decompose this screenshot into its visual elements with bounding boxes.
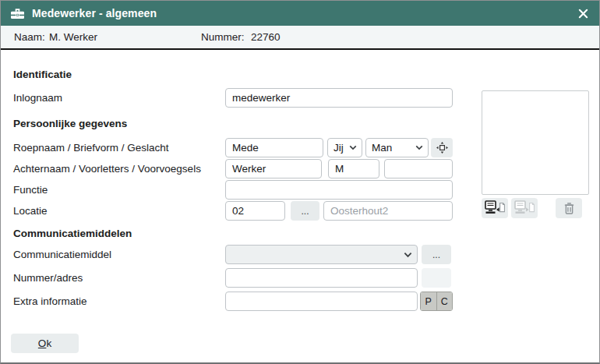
roepnaam-briefvorm-geslacht-label: Roepnaam / Briefvorm / Geslacht — [13, 138, 169, 157]
briefvorm-select[interactable]: Jij — [327, 138, 362, 157]
functie-label: Functie — [13, 180, 48, 200]
ok-button-label: Ok — [11, 337, 79, 349]
employee-dialog: Medewerker - algemeen Naam: M. Werker Nu… — [0, 0, 600, 364]
export-photo-button[interactable] — [511, 198, 538, 218]
nummer-adres-label: Nummer/adres — [13, 268, 83, 288]
roepnaam-input[interactable] — [225, 138, 323, 157]
section-communicatiemiddelen: Communicatiemiddelen — [13, 228, 132, 239]
functie-input[interactable] — [225, 180, 453, 200]
communicatiemiddel-select[interactable] — [225, 245, 418, 264]
window-title: Medewerker - algemeen — [32, 7, 157, 19]
locatie-naam-field — [323, 201, 453, 221]
section-identificatie: Identificatie — [13, 69, 72, 80]
locatie-code-input[interactable] — [225, 201, 285, 221]
chevron-down-icon — [415, 145, 423, 150]
ok-button[interactable]: Ok — [11, 334, 79, 353]
inlognaam-label: Inlognaam — [13, 88, 62, 108]
section-persoonlijke-gegevens: Persoonlijke gegevens — [13, 118, 127, 129]
nummer-value: 22760 — [251, 26, 281, 48]
trash-icon — [563, 202, 575, 215]
briefvorm-value: Jij — [334, 142, 344, 154]
move-arrows-icon — [436, 141, 449, 154]
communicatiemiddel-browse-button[interactable]: ... — [422, 245, 451, 264]
import-photo-button[interactable] — [482, 198, 508, 218]
naam-value: M. Werker — [49, 26, 97, 48]
voorletters-input[interactable] — [328, 159, 379, 178]
geslacht-select[interactable]: Man — [365, 138, 429, 157]
photo-placeholder — [482, 90, 589, 195]
nummer-adres-input[interactable] — [225, 268, 418, 288]
chevron-down-icon — [349, 145, 357, 150]
locatie-label: Locatie — [13, 201, 48, 221]
nummer-adres-side-button — [422, 268, 451, 288]
extra-informatie-label: Extra informatie — [13, 292, 87, 311]
voorvoegsels-input[interactable] — [384, 159, 453, 178]
close-icon — [578, 9, 588, 19]
extra-informatie-pc-buttons: P C — [420, 292, 453, 311]
achternaam-voorletters-voorvoegsels-label: Achternaam / Voorletters / Voorvoegsels — [13, 159, 201, 178]
c-toggle-button[interactable]: C — [436, 292, 453, 310]
delete-photo-button[interactable] — [556, 198, 582, 218]
reorder-move-button[interactable] — [431, 138, 453, 157]
extra-informatie-input[interactable] — [225, 292, 418, 311]
achternaam-input[interactable] — [225, 159, 322, 178]
chevron-down-icon — [404, 252, 412, 258]
p-toggle-button[interactable]: P — [421, 292, 436, 310]
record-header: Naam: M. Werker Nummer: 22760 — [1, 26, 599, 50]
inlognaam-input[interactable] — [225, 88, 453, 108]
communicatiemiddel-label: Communicatiemiddel — [13, 245, 111, 264]
locatie-browse-button[interactable]: ... — [291, 201, 319, 221]
nummer-label: Nummer: — [201, 26, 245, 48]
geslacht-value: Man — [372, 142, 392, 154]
computer-export-image-icon — [514, 200, 535, 216]
computer-import-image-icon — [485, 200, 505, 216]
titlebar: Medewerker - algemeen — [1, 1, 599, 26]
naam-label: Naam: — [14, 26, 45, 48]
close-button[interactable] — [573, 1, 593, 26]
toolbox-icon — [10, 7, 25, 20]
